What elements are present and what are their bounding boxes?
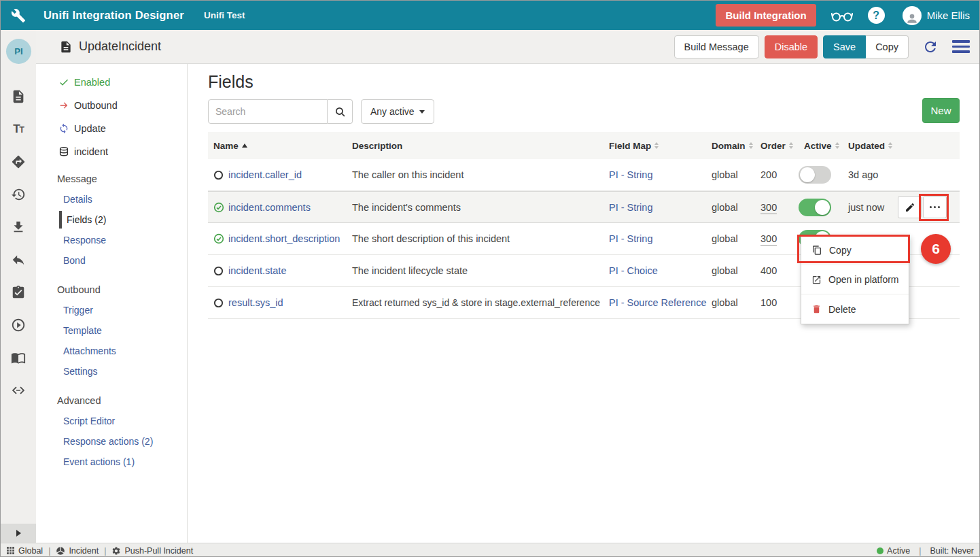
sidebar-item-response-actions[interactable]: Response actions (2)	[36, 431, 187, 452]
document-icon	[59, 40, 73, 54]
field-name-link[interactable]: incident.comments	[228, 202, 352, 213]
field-name-link[interactable]: incident.state	[228, 265, 352, 276]
field-description: The incident lifecycle state	[352, 265, 609, 276]
annotation-step-badge: 6	[921, 234, 951, 264]
sidebar-item-enabled[interactable]: Enabled	[36, 71, 187, 94]
check-icon	[58, 77, 69, 88]
sort-icon	[789, 142, 793, 149]
sidebar-item-trigger[interactable]: Trigger	[36, 300, 187, 320]
separator: |	[48, 546, 50, 556]
top-navbar: Unifi Integration Designer Unifi Test Bu…	[1, 1, 979, 30]
active-toggle[interactable]	[799, 199, 831, 216]
text-format-icon[interactable]: TT	[10, 121, 27, 137]
user-avatar[interactable]	[903, 6, 922, 25]
icon-rail: PI TT	[1, 30, 36, 543]
field-updated: 3d ago	[847, 169, 898, 180]
column-header-field-map[interactable]: Field Map	[609, 141, 712, 151]
table-row[interactable]: incident.caller_id The caller on this in…	[208, 159, 960, 191]
nav-environment[interactable]: Unifi Test	[204, 10, 245, 20]
app-logo[interactable]	[1, 1, 36, 30]
sidebar-item-details[interactable]: Details	[36, 189, 187, 209]
save-button[interactable]: Save	[823, 35, 866, 58]
trash-icon	[811, 304, 822, 314]
glasses-icon[interactable]	[831, 8, 853, 23]
edit-field-button[interactable]	[898, 196, 922, 218]
reply-icon[interactable]	[10, 252, 27, 268]
process-avatar[interactable]: PI	[6, 39, 31, 64]
active-status-icon	[877, 547, 883, 554]
play-icon[interactable]	[10, 317, 27, 333]
build-message-button[interactable]: Build Message	[674, 35, 759, 58]
menu-item-delete[interactable]: Delete	[801, 294, 909, 324]
field-map-link[interactable]: PI - Source Reference	[609, 297, 712, 308]
column-header-active[interactable]: Active	[799, 141, 847, 151]
rail-icons: TT	[1, 88, 36, 415]
statusbar-scope[interactable]: Global	[6, 546, 43, 556]
document-rail-icon[interactable]	[10, 88, 27, 105]
nav-right: Build Integration ? Mike Ellis	[716, 4, 979, 27]
sidebar-item-template[interactable]: Template	[36, 320, 187, 341]
app-window: Unifi Integration Designer Unifi Test Bu…	[0, 0, 980, 557]
built-status: Built: Never	[930, 546, 974, 556]
sidebar-item-incident[interactable]: incident	[36, 140, 187, 163]
column-header-name[interactable]: Name	[208, 141, 352, 151]
sidebar-item-script-editor[interactable]: Script Editor	[36, 411, 187, 431]
directions-icon[interactable]	[10, 154, 27, 170]
menu-button[interactable]	[952, 40, 970, 53]
sidebar-item-bond[interactable]: Bond	[36, 250, 187, 271]
code-icon[interactable]	[10, 382, 27, 399]
wrench-icon	[11, 8, 26, 23]
copy-button[interactable]: Copy	[866, 35, 909, 58]
sync-icon	[58, 123, 69, 134]
sidebar-item-settings[interactable]: Settings	[36, 361, 187, 382]
sidebar-item-outbound-status[interactable]: Outbound	[36, 94, 187, 117]
search-button[interactable]	[328, 99, 353, 124]
sidebar-item-response[interactable]: Response	[36, 230, 187, 250]
column-header-order[interactable]: Order	[760, 141, 799, 151]
menu-item-open-in-platform[interactable]: Open in platform	[801, 265, 909, 294]
field-name-link[interactable]: incident.caller_id	[228, 169, 352, 180]
collapse-rail-button[interactable]	[1, 524, 36, 543]
column-header-domain[interactable]: Domain	[712, 141, 760, 151]
sidebar-item-attachments[interactable]: Attachments	[36, 341, 187, 361]
sidebar-item-event-actions[interactable]: Event actions (1)	[36, 452, 187, 472]
section-title: Advanced	[36, 390, 187, 411]
menu-item-copy[interactable]: Copy	[801, 236, 909, 265]
field-map-link[interactable]: PI - String	[609, 233, 712, 244]
statusbar-process[interactable]: Push-Pull Incident	[111, 546, 193, 556]
field-description: The incident's comments	[352, 202, 609, 213]
column-header-description[interactable]: Description	[352, 141, 609, 151]
field-map-link[interactable]: PI - String	[609, 169, 712, 180]
field-domain: global	[712, 233, 760, 244]
sidebar-item-update[interactable]: Update	[36, 117, 187, 140]
knowledge-icon[interactable]	[10, 350, 27, 366]
history-icon[interactable]	[10, 186, 27, 203]
help-icon[interactable]: ?	[868, 7, 885, 24]
more-options-button[interactable]	[923, 196, 947, 218]
field-name-link[interactable]: incident.short_description	[228, 233, 352, 244]
statusbar-integration[interactable]: Incident	[56, 546, 99, 556]
sidebar-item-fields[interactable]: Fields (2)	[59, 211, 187, 229]
search-input[interactable]	[208, 99, 328, 124]
status-active-icon	[208, 202, 228, 213]
new-field-button[interactable]: New	[922, 98, 960, 123]
disable-button[interactable]: Disable	[765, 35, 818, 58]
field-domain: global	[712, 202, 760, 213]
table-row-highlighted[interactable]: incident.comments The incident's comment…	[208, 191, 960, 223]
tasks-icon[interactable]	[10, 284, 27, 301]
copy-icon	[811, 245, 822, 256]
search-icon	[334, 106, 346, 118]
active-filter-dropdown[interactable]: Any active	[361, 99, 434, 124]
refresh-button[interactable]	[922, 39, 939, 55]
user-name[interactable]: Mike Ellis	[927, 10, 970, 21]
table-header: Name Description Field Map Domain Order …	[208, 132, 960, 159]
build-integration-button[interactable]: Build Integration	[716, 4, 816, 27]
column-header-updated[interactable]: Updated	[847, 141, 898, 151]
menu-item-label: Open in platform	[828, 274, 899, 285]
field-name-link[interactable]: result.sys_id	[228, 297, 352, 308]
field-map-link[interactable]: PI - String	[609, 202, 712, 213]
gear-icon	[111, 546, 121, 556]
active-toggle[interactable]	[799, 166, 831, 184]
download-icon[interactable]	[10, 219, 27, 235]
field-map-link[interactable]: PI - Choice	[609, 265, 712, 276]
